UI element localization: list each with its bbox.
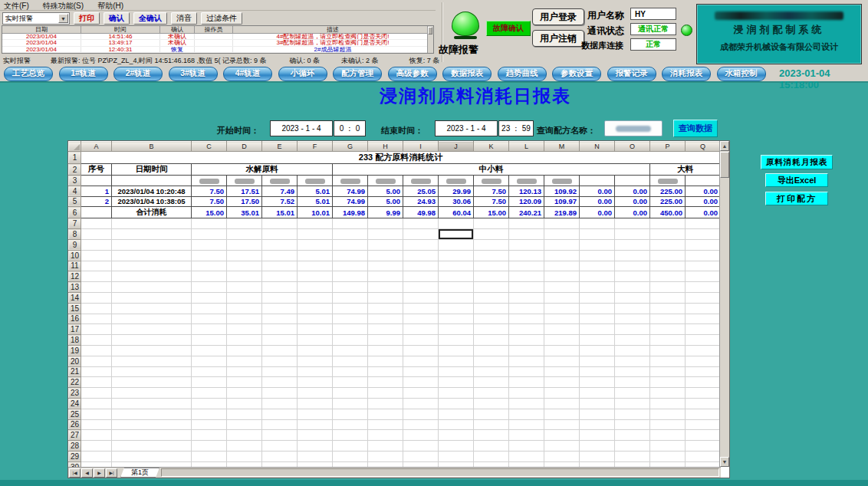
sheet-cell[interactable]: 0.00	[580, 196, 615, 207]
sheet-cell[interactable]	[81, 451, 112, 461]
sheet-cell[interactable]	[368, 271, 403, 282]
sheet-cell[interactable]	[509, 239, 544, 250]
sheet-cell[interactable]	[368, 377, 403, 388]
sheet-cell[interactable]: 2023/01/04 10:38:05	[112, 196, 192, 207]
sheet-cell[interactable]	[544, 324, 580, 335]
sheet-cell[interactable]	[474, 430, 509, 441]
sheet-cell[interactable]	[298, 451, 333, 461]
alarm-row[interactable]: 2023/01/04 14:51:46 未确认 4#配制罐超温，请立即检查阀门是…	[2, 34, 433, 40]
sheet-cell[interactable]	[227, 303, 262, 314]
sheet-cell[interactable]	[615, 229, 650, 240]
subheader-cell[interactable]	[192, 176, 227, 186]
sheet-cell[interactable]	[509, 377, 544, 388]
sheet-cell[interactable]	[112, 282, 192, 293]
sheet-cell[interactable]	[686, 451, 721, 461]
sheet-cell[interactable]	[650, 356, 686, 366]
sheet-cell[interactable]	[333, 366, 368, 377]
nav-button-7[interactable]: 配方管理	[333, 67, 382, 81]
sheet-cell[interactable]: 5.01	[298, 186, 333, 196]
sheet-cell[interactable]	[81, 261, 112, 271]
sheet-cell[interactable]	[650, 345, 686, 356]
sheet-cell[interactable]	[509, 419, 544, 430]
sheet-cell[interactable]	[403, 345, 439, 356]
column-header-N[interactable]: N	[580, 142, 615, 152]
sheet-cell[interactable]: 15.00	[192, 207, 227, 218]
row-header-13[interactable]: 13	[69, 282, 81, 293]
sheet-cell[interactable]	[112, 229, 192, 240]
sheet-cell[interactable]	[544, 335, 580, 346]
row-header-6[interactable]: 6	[69, 207, 81, 218]
sheet-cell[interactable]	[474, 292, 509, 303]
sheet-cell[interactable]: 10.01	[298, 207, 333, 218]
sheet-cell[interactable]	[192, 271, 227, 282]
sheet-cell[interactable]	[650, 419, 686, 430]
sheet-cell[interactable]	[112, 250, 192, 261]
sheet-cell[interactable]	[403, 356, 439, 366]
sheet-cell[interactable]	[112, 218, 192, 229]
sheet-cell[interactable]	[580, 261, 615, 271]
sheet-cell[interactable]	[439, 335, 474, 346]
sheet-cell[interactable]	[650, 239, 686, 250]
sheet-cell[interactable]	[368, 409, 403, 419]
sheet-cell[interactable]	[227, 218, 262, 229]
sheet-cell[interactable]	[298, 398, 333, 409]
sheet-cell[interactable]	[368, 303, 403, 314]
query-data-button[interactable]: 查询数据	[673, 120, 718, 137]
sheet-cell[interactable]	[81, 398, 112, 409]
sheet-cell[interactable]	[333, 388, 368, 399]
sheet-cell[interactable]	[474, 218, 509, 229]
row-header-25[interactable]: 25	[69, 409, 81, 419]
sheet-cell[interactable]: 24.93	[403, 196, 439, 207]
sheet-cell[interactable]	[192, 366, 227, 377]
sheet-cell[interactable]	[333, 441, 368, 452]
subheader-cell[interactable]	[227, 176, 262, 186]
first-page-icon[interactable]: |◀	[69, 468, 81, 478]
sheet-cell[interactable]	[474, 398, 509, 409]
sheet-cell[interactable]	[650, 314, 686, 324]
sheet-cell[interactable]	[403, 441, 439, 452]
sheet-cell[interactable]	[650, 388, 686, 399]
sheet-cell[interactable]	[615, 303, 650, 314]
sheet-cell[interactable]	[81, 207, 112, 218]
sheet-cell[interactable]	[439, 271, 474, 282]
subheader-cell[interactable]	[333, 176, 368, 186]
sheet-cell[interactable]	[439, 430, 474, 441]
subheader-cell[interactable]	[580, 176, 615, 186]
sheet-cell[interactable]	[686, 324, 721, 335]
last-page-icon[interactable]: ▶|	[106, 468, 117, 478]
sheet-cell[interactable]	[615, 388, 650, 399]
sheet-cell[interactable]	[298, 377, 333, 388]
sheet-cell[interactable]	[368, 398, 403, 409]
sheet-cell[interactable]	[544, 218, 580, 229]
sheet-cell[interactable]: 7.50	[192, 186, 227, 196]
sheet-cell[interactable]: 5.00	[368, 196, 403, 207]
sheet-cell[interactable]	[81, 377, 112, 388]
sheet-cell[interactable]	[81, 239, 112, 250]
subheader-cell[interactable]	[81, 176, 112, 186]
sheet-cell[interactable]	[403, 430, 439, 441]
row-header-4[interactable]: 4	[69, 186, 81, 196]
sheet-cell[interactable]	[368, 239, 403, 250]
sheet-cell[interactable]	[686, 419, 721, 430]
sheet-tab-page1[interactable]: 第1页	[120, 468, 159, 478]
print-button[interactable]: 打印	[74, 12, 100, 25]
sheet-cell[interactable]	[227, 239, 262, 250]
sheet-cell[interactable]	[686, 409, 721, 419]
sheet-cell[interactable]	[192, 229, 227, 240]
sheet-cell[interactable]	[615, 335, 650, 346]
subheader-cell[interactable]	[262, 176, 298, 186]
subheader-cell[interactable]	[686, 176, 721, 186]
sheet-cell[interactable]	[544, 229, 580, 240]
sheet-cell[interactable]	[112, 303, 192, 314]
sheet-cell[interactable]	[615, 419, 650, 430]
sheet-cell[interactable]	[112, 430, 192, 441]
sheet-cell[interactable]	[298, 441, 333, 452]
sheet-cell[interactable]	[81, 335, 112, 346]
sheet-cell[interactable]	[227, 282, 262, 293]
sheet-cell[interactable]	[227, 335, 262, 346]
sheet-cell[interactable]	[439, 239, 474, 250]
sheet-cell[interactable]	[403, 398, 439, 409]
sheet-cell[interactable]	[686, 430, 721, 441]
subheader-cell[interactable]	[112, 176, 192, 186]
sheet-cell[interactable]: 0.00	[686, 196, 721, 207]
